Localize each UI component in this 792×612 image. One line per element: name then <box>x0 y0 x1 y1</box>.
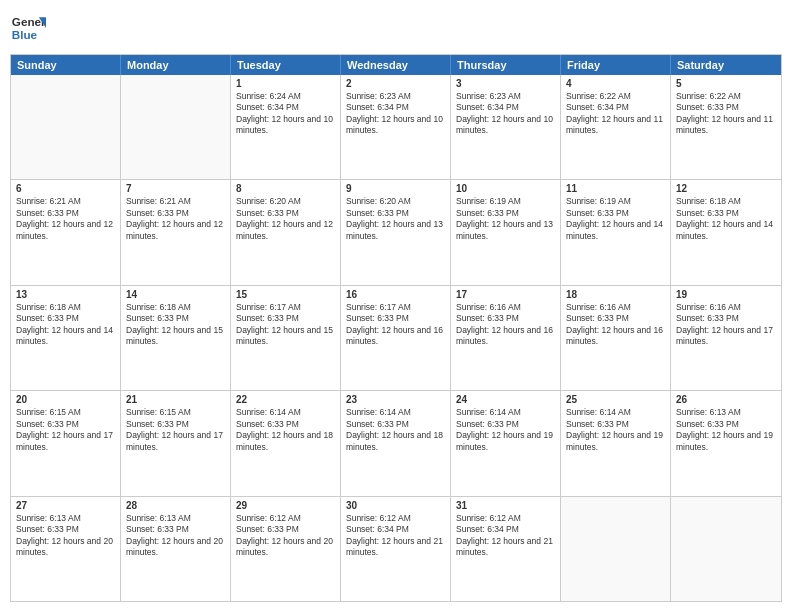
cal-cell-27: 27Sunrise: 6:13 AMSunset: 6:33 PMDayligh… <box>11 497 121 601</box>
daylight-text: Daylight: 12 hours and 15 minutes. <box>126 325 225 348</box>
sunset-text: Sunset: 6:33 PM <box>236 419 335 430</box>
sunrise-text: Sunrise: 6:20 AM <box>236 196 335 207</box>
cal-cell-30: 30Sunrise: 6:12 AMSunset: 6:34 PMDayligh… <box>341 497 451 601</box>
sunset-text: Sunset: 6:33 PM <box>346 419 445 430</box>
calendar-header: SundayMondayTuesdayWednesdayThursdayFrid… <box>11 55 781 75</box>
sunrise-text: Sunrise: 6:22 AM <box>676 91 776 102</box>
day-number: 15 <box>236 289 335 300</box>
day-number: 20 <box>16 394 115 405</box>
daylight-text: Daylight: 12 hours and 11 minutes. <box>676 114 776 137</box>
sunset-text: Sunset: 6:33 PM <box>456 208 555 219</box>
daylight-text: Daylight: 12 hours and 16 minutes. <box>456 325 555 348</box>
week-row-1: 6Sunrise: 6:21 AMSunset: 6:33 PMDaylight… <box>11 180 781 285</box>
sunset-text: Sunset: 6:33 PM <box>676 208 776 219</box>
day-number: 24 <box>456 394 555 405</box>
cal-cell-9: 9Sunrise: 6:20 AMSunset: 6:33 PMDaylight… <box>341 180 451 284</box>
cal-cell-empty-0-0 <box>11 75 121 179</box>
sunrise-text: Sunrise: 6:24 AM <box>236 91 335 102</box>
sunset-text: Sunset: 6:33 PM <box>346 313 445 324</box>
daylight-text: Daylight: 12 hours and 12 minutes. <box>126 219 225 242</box>
cal-cell-14: 14Sunrise: 6:18 AMSunset: 6:33 PMDayligh… <box>121 286 231 390</box>
sunrise-text: Sunrise: 6:14 AM <box>236 407 335 418</box>
sunset-text: Sunset: 6:33 PM <box>16 419 115 430</box>
daylight-text: Daylight: 12 hours and 12 minutes. <box>16 219 115 242</box>
week-row-4: 27Sunrise: 6:13 AMSunset: 6:33 PMDayligh… <box>11 497 781 601</box>
sunset-text: Sunset: 6:33 PM <box>126 419 225 430</box>
sunset-text: Sunset: 6:33 PM <box>346 208 445 219</box>
day-number: 13 <box>16 289 115 300</box>
day-number: 16 <box>346 289 445 300</box>
sunset-text: Sunset: 6:34 PM <box>346 524 445 535</box>
sunset-text: Sunset: 6:33 PM <box>236 313 335 324</box>
daylight-text: Daylight: 12 hours and 19 minutes. <box>676 430 776 453</box>
sunrise-text: Sunrise: 6:21 AM <box>126 196 225 207</box>
calendar: SundayMondayTuesdayWednesdayThursdayFrid… <box>10 54 782 602</box>
cal-cell-15: 15Sunrise: 6:17 AMSunset: 6:33 PMDayligh… <box>231 286 341 390</box>
header: General Blue <box>10 10 782 46</box>
daylight-text: Daylight: 12 hours and 21 minutes. <box>456 536 555 559</box>
day-number: 21 <box>126 394 225 405</box>
day-number: 3 <box>456 78 555 89</box>
sunset-text: Sunset: 6:33 PM <box>236 524 335 535</box>
sunrise-text: Sunrise: 6:15 AM <box>126 407 225 418</box>
sunset-text: Sunset: 6:33 PM <box>456 313 555 324</box>
daylight-text: Daylight: 12 hours and 21 minutes. <box>346 536 445 559</box>
daylight-text: Daylight: 12 hours and 17 minutes. <box>126 430 225 453</box>
sunset-text: Sunset: 6:33 PM <box>676 419 776 430</box>
svg-text:Blue: Blue <box>12 28 38 41</box>
day-header-sunday: Sunday <box>11 55 121 75</box>
cal-cell-empty-0-1 <box>121 75 231 179</box>
sunrise-text: Sunrise: 6:12 AM <box>236 513 335 524</box>
daylight-text: Daylight: 12 hours and 13 minutes. <box>346 219 445 242</box>
daylight-text: Daylight: 12 hours and 18 minutes. <box>236 430 335 453</box>
day-header-thursday: Thursday <box>451 55 561 75</box>
sunset-text: Sunset: 6:33 PM <box>126 313 225 324</box>
day-header-saturday: Saturday <box>671 55 781 75</box>
sunrise-text: Sunrise: 6:17 AM <box>346 302 445 313</box>
sunset-text: Sunset: 6:34 PM <box>236 102 335 113</box>
cal-cell-26: 26Sunrise: 6:13 AMSunset: 6:33 PMDayligh… <box>671 391 781 495</box>
daylight-text: Daylight: 12 hours and 15 minutes. <box>236 325 335 348</box>
sunrise-text: Sunrise: 6:13 AM <box>16 513 115 524</box>
sunset-text: Sunset: 6:34 PM <box>566 102 665 113</box>
cal-cell-29: 29Sunrise: 6:12 AMSunset: 6:33 PMDayligh… <box>231 497 341 601</box>
sunrise-text: Sunrise: 6:15 AM <box>16 407 115 418</box>
sunset-text: Sunset: 6:33 PM <box>16 208 115 219</box>
sunset-text: Sunset: 6:33 PM <box>126 208 225 219</box>
sunset-text: Sunset: 6:34 PM <box>346 102 445 113</box>
cal-cell-10: 10Sunrise: 6:19 AMSunset: 6:33 PMDayligh… <box>451 180 561 284</box>
cal-cell-16: 16Sunrise: 6:17 AMSunset: 6:33 PMDayligh… <box>341 286 451 390</box>
day-number: 28 <box>126 500 225 511</box>
day-number: 14 <box>126 289 225 300</box>
day-number: 10 <box>456 183 555 194</box>
logo-icon: General Blue <box>10 10 46 46</box>
day-number: 2 <box>346 78 445 89</box>
daylight-text: Daylight: 12 hours and 14 minutes. <box>676 219 776 242</box>
sunset-text: Sunset: 6:33 PM <box>456 419 555 430</box>
daylight-text: Daylight: 12 hours and 17 minutes. <box>676 325 776 348</box>
cal-cell-12: 12Sunrise: 6:18 AMSunset: 6:33 PMDayligh… <box>671 180 781 284</box>
day-number: 26 <box>676 394 776 405</box>
sunset-text: Sunset: 6:33 PM <box>676 313 776 324</box>
sunrise-text: Sunrise: 6:12 AM <box>456 513 555 524</box>
cal-cell-empty-4-5 <box>561 497 671 601</box>
day-number: 8 <box>236 183 335 194</box>
cal-cell-5: 5Sunrise: 6:22 AMSunset: 6:33 PMDaylight… <box>671 75 781 179</box>
cal-cell-11: 11Sunrise: 6:19 AMSunset: 6:33 PMDayligh… <box>561 180 671 284</box>
sunrise-text: Sunrise: 6:23 AM <box>346 91 445 102</box>
page: General Blue SundayMondayTuesdayWednesda… <box>0 0 792 612</box>
sunrise-text: Sunrise: 6:20 AM <box>346 196 445 207</box>
sunset-text: Sunset: 6:33 PM <box>126 524 225 535</box>
cal-cell-21: 21Sunrise: 6:15 AMSunset: 6:33 PMDayligh… <box>121 391 231 495</box>
daylight-text: Daylight: 12 hours and 14 minutes. <box>16 325 115 348</box>
day-number: 5 <box>676 78 776 89</box>
sunrise-text: Sunrise: 6:18 AM <box>16 302 115 313</box>
sunrise-text: Sunrise: 6:14 AM <box>566 407 665 418</box>
sunrise-text: Sunrise: 6:19 AM <box>566 196 665 207</box>
cal-cell-20: 20Sunrise: 6:15 AMSunset: 6:33 PMDayligh… <box>11 391 121 495</box>
sunrise-text: Sunrise: 6:22 AM <box>566 91 665 102</box>
cal-cell-18: 18Sunrise: 6:16 AMSunset: 6:33 PMDayligh… <box>561 286 671 390</box>
daylight-text: Daylight: 12 hours and 19 minutes. <box>566 430 665 453</box>
sunset-text: Sunset: 6:33 PM <box>566 313 665 324</box>
sunrise-text: Sunrise: 6:13 AM <box>676 407 776 418</box>
